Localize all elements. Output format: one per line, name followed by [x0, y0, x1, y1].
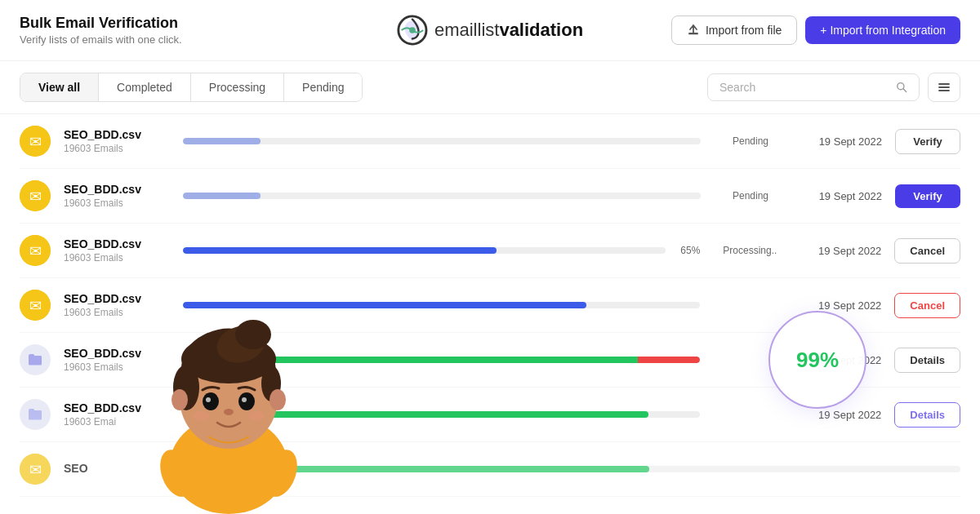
cancel-button-red[interactable]: Cancel [894, 293, 960, 318]
progress-bar [183, 466, 960, 472]
header: Bulk Email Verification Verify lists of … [0, 0, 980, 61]
row-info: SEO_BDD.csv 19603 Emails [64, 183, 170, 209]
svg-text:✉: ✉ [29, 298, 42, 314]
progress-percent-label: 65% [674, 245, 700, 256]
progress-fill [183, 193, 261, 199]
search-box [707, 73, 920, 101]
date-label: 19 Sept 2022 [800, 190, 882, 202]
table-row: ✉ SEO_BDD.csv 19603 Emails Pending 19 Se… [20, 114, 960, 169]
progress-area [183, 466, 960, 472]
progress-fill [183, 302, 586, 308]
search-area [707, 73, 960, 102]
date-label: 19 Sept 2022 [800, 299, 881, 312]
page-title: Bulk Email Verification [20, 15, 182, 32]
row-icon-mailchimp: ✉ [20, 235, 51, 266]
table-row: SEO_BDD.csv 19603 Emails 99% 19 Sept 202… [20, 333, 960, 388]
header-right: Import from file + Import from Integrati… [671, 16, 960, 45]
date-label: 19 Sept 2022 [800, 409, 881, 421]
svg-text:✉: ✉ [29, 243, 42, 259]
big-percent-circle: 99% [768, 311, 866, 409]
row-info: SEO_BDD.csv 19603 Emails [64, 128, 170, 154]
toolbar: View all Completed Processing Pending [0, 61, 980, 114]
logo: emaillistvalidation [397, 15, 583, 46]
search-icon [896, 81, 907, 94]
progress-bar [183, 247, 666, 254]
row-icon-mailchimp: ✉ [20, 180, 51, 211]
row-info: SEO_BDD.csv 19603 Emails [64, 237, 170, 264]
import-integration-button[interactable]: + Import from Integration [805, 16, 960, 44]
date-label: 19 Sept 2022 [800, 135, 882, 148]
import-file-button[interactable]: Import from file [671, 16, 797, 45]
rows-area: ✉ SEO_BDD.csv 19603 Emails Pending 19 Se… [0, 114, 980, 497]
svg-rect-2 [688, 33, 698, 35]
tab-completed[interactable]: Completed [99, 73, 191, 101]
progress-area [183, 411, 700, 418]
svg-text:✉: ✉ [29, 188, 42, 205]
svg-text:✉: ✉ [29, 462, 42, 478]
progress-split [183, 357, 700, 363]
status-badge: Processing.. [713, 245, 786, 256]
status-badge: Pending [714, 135, 787, 147]
upload-icon [687, 24, 700, 37]
svg-text:✉: ✉ [29, 134, 42, 150]
progress-bar [183, 193, 701, 199]
row-info: SEO_BDD.csv 19603 Emai [64, 401, 170, 428]
progress-fill [183, 411, 648, 418]
date-label: 19 Sept 2022 [800, 245, 881, 257]
tabs: View all Completed Processing Pending [20, 73, 363, 102]
details-button-purple[interactable]: Details [894, 402, 960, 428]
table-row: ✉ SEO_BDD.csv 19603 Emails 65% Processin… [20, 224, 960, 278]
progress-fill [183, 247, 497, 254]
list-icon [937, 80, 951, 95]
progress-bar [183, 411, 700, 418]
progress-bar [183, 357, 700, 363]
logo-text: emaillistvalidation [434, 20, 583, 41]
page-subtitle: Verify lists of emails with one click. [20, 33, 182, 46]
row-info: SEO_BDD.csv 19603 Emails [64, 347, 170, 373]
row-icon-mailchimp: ✉ [20, 126, 51, 157]
progress-area [183, 138, 701, 144]
tab-pending[interactable]: Pending [284, 73, 362, 101]
row-icon-mailchimp: ✉ [20, 290, 51, 321]
folder-icon [27, 406, 43, 423]
verify-button[interactable]: Verify [895, 129, 960, 154]
row-icon-folder [20, 399, 51, 430]
row-icon-folder [20, 344, 51, 375]
progress-area [183, 357, 700, 363]
progress-area [183, 193, 701, 199]
header-left: Bulk Email Verification Verify lists of … [20, 15, 182, 46]
row-icon-mailchimp: ✉ [20, 454, 51, 485]
svg-line-4 [903, 89, 906, 92]
tab-view-all[interactable]: View all [20, 73, 99, 101]
verify-button-solid[interactable]: Verify [895, 184, 960, 208]
search-input[interactable] [719, 81, 889, 94]
folder-icon [27, 352, 43, 368]
progress-fill [183, 466, 649, 472]
table-row: ✉ SEO_BDD.csv 19603 Emails Pending 19 Se… [20, 169, 960, 224]
progress-area: 65% [183, 245, 700, 256]
logo-icon [397, 15, 428, 46]
list-view-button[interactable] [928, 73, 960, 102]
progress-bar [183, 302, 700, 308]
tab-processing[interactable]: Processing [191, 73, 284, 101]
details-button[interactable]: Details [894, 348, 960, 373]
cancel-button[interactable]: Cancel [894, 238, 960, 264]
progress-area [183, 302, 700, 308]
row-info: SEO_BDD.csv 19603 Emails [64, 292, 170, 318]
table-row: ✉ SEO [20, 442, 960, 497]
row-info: SEO [64, 462, 170, 476]
progress-fill [183, 138, 261, 144]
progress-bar [183, 138, 701, 144]
status-badge: Pending [714, 190, 787, 202]
